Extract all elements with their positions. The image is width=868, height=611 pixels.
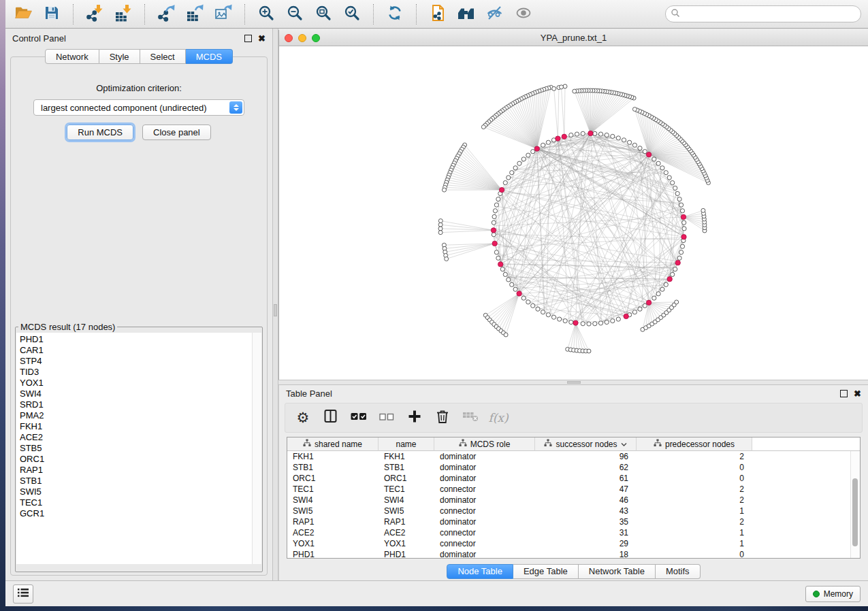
window-minimize-button[interactable] [298, 34, 306, 42]
table-cell[interactable]: SWI4 [287, 495, 379, 506]
tab-select[interactable]: Select [140, 49, 186, 64]
mcds-result-item[interactable]: ACE2 [20, 432, 261, 443]
show-panels-button[interactable] [513, 3, 534, 25]
memory-button[interactable]: Memory [805, 586, 861, 602]
tab-mcds[interactable]: MCDS [186, 49, 233, 64]
tab-style[interactable]: Style [99, 49, 140, 64]
table-cell[interactable]: PHD1 [379, 549, 434, 559]
table-cell[interactable]: 2 [637, 495, 752, 506]
float-table-panel-icon[interactable] [840, 390, 848, 397]
table-cell[interactable]: TEC1 [287, 484, 379, 495]
delete-column-button[interactable] [434, 410, 451, 426]
column-header-name[interactable]: name [379, 437, 434, 451]
table-cell[interactable]: SWI5 [287, 506, 379, 516]
table-cell[interactable]: STB1 [287, 462, 379, 473]
zoom-fit-button[interactable] [312, 3, 334, 25]
network-canvas[interactable] [279, 46, 868, 380]
mcds-result-item[interactable]: PHD1 [20, 334, 261, 345]
mcds-result-item[interactable]: ORC1 [20, 454, 261, 465]
table-cell[interactable]: connector [434, 484, 535, 495]
table-cell[interactable]: 47 [535, 484, 637, 495]
table-cell[interactable]: ACE2 [287, 527, 379, 538]
close-panel-icon[interactable]: ✖ [258, 35, 266, 42]
mcds-result-item[interactable]: TID3 [20, 367, 261, 378]
table-cell[interactable]: 29 [535, 538, 637, 549]
table-cell[interactable]: dominator [434, 451, 535, 462]
table-cell[interactable]: 1 [637, 506, 752, 516]
mcds-result-item[interactable]: GCR1 [20, 508, 261, 519]
run-mcds-button[interactable]: Run MCDS [67, 125, 133, 140]
column-header-shared-name[interactable]: shared name [287, 437, 379, 451]
table-cell[interactable]: dominator [434, 516, 535, 527]
column-header-successor-nodes[interactable]: successor nodes [535, 437, 637, 451]
vertical-splitter[interactable] [272, 29, 278, 580]
tab-network-table[interactable]: Network Table [579, 564, 656, 579]
table-cell[interactable]: 2 [637, 484, 752, 495]
create-column-button[interactable] [406, 410, 423, 426]
table-cell[interactable]: 31 [535, 527, 637, 538]
save-session-button[interactable] [41, 3, 63, 25]
table-cell[interactable]: 61 [535, 473, 637, 484]
table-cell[interactable]: 2 [637, 451, 752, 462]
zoom-selected-button[interactable] [341, 3, 363, 25]
column-header-predecessor-nodes[interactable]: predecessor nodes [637, 437, 752, 451]
table-cell[interactable]: 96 [535, 451, 637, 462]
table-settings-button[interactable]: ⚙ [295, 410, 311, 426]
mcds-result-item[interactable]: FKH1 [20, 421, 261, 432]
window-zoom-button[interactable] [312, 34, 320, 42]
table-cell[interactable]: ORC1 [379, 473, 434, 484]
table-cell[interactable]: connector [434, 527, 535, 538]
table-cell[interactable]: connector [434, 506, 535, 516]
tab-motifs[interactable]: Motifs [656, 564, 701, 579]
table-cell[interactable]: ACE2 [379, 527, 434, 538]
show-columns-button[interactable] [323, 410, 339, 426]
import-table-button[interactable] [112, 3, 134, 25]
table-cell[interactable]: 62 [535, 462, 637, 473]
close-table-panel-icon[interactable]: ✖ [854, 391, 861, 397]
refresh-button[interactable] [384, 3, 406, 25]
mcds-result-item[interactable]: SWI4 [20, 389, 261, 399]
open-file-button[interactable] [12, 3, 34, 25]
table-cell[interactable]: ORC1 [287, 473, 379, 484]
table-cell[interactable]: 2 [637, 516, 752, 527]
table-cell[interactable]: YOX1 [287, 538, 379, 549]
mcds-result-item[interactable]: YOX1 [20, 378, 261, 389]
table-cell[interactable]: FKH1 [379, 451, 434, 462]
mcds-result-item[interactable]: STB5 [20, 443, 261, 454]
deselect-all-columns-button[interactable] [379, 410, 395, 426]
table-cell[interactable]: RAP1 [287, 516, 379, 527]
task-history-button[interactable] [13, 584, 33, 604]
window-close-button[interactable] [285, 34, 293, 42]
table-cell[interactable]: dominator [434, 462, 535, 473]
table-cell[interactable]: 35 [535, 516, 637, 527]
column-header-MCDS-role[interactable]: MCDS role [434, 437, 535, 451]
table-cell[interactable]: 0 [637, 462, 752, 473]
export-image-button[interactable] [212, 3, 234, 25]
select-all-columns-button[interactable] [351, 410, 367, 426]
table-cell[interactable]: SWI4 [379, 495, 434, 506]
mcds-result-item[interactable]: TEC1 [20, 497, 261, 508]
tab-edge-table[interactable]: Edge Table [513, 564, 579, 579]
mcds-result-item[interactable]: STP4 [20, 356, 261, 367]
table-scrollbar[interactable] [850, 451, 860, 558]
table-cell[interactable]: RAP1 [379, 516, 434, 527]
delete-table-button[interactable] [462, 410, 479, 426]
zoom-in-button[interactable] [255, 3, 277, 25]
table-cell[interactable]: 18 [535, 549, 637, 559]
table-cell[interactable]: dominator [434, 473, 535, 484]
table-cell[interactable]: PHD1 [287, 549, 379, 559]
table-cell[interactable]: 0 [637, 549, 752, 559]
table-cell[interactable]: dominator [434, 495, 535, 506]
zoom-out-button[interactable] [284, 3, 306, 25]
table-cell[interactable]: 1 [637, 538, 752, 549]
table-cell[interactable]: connector [434, 538, 535, 549]
table-cell[interactable]: STB1 [379, 462, 434, 473]
import-network-button[interactable] [84, 3, 106, 25]
hide-panels-button[interactable] [484, 3, 506, 25]
mcds-result-item[interactable]: STB1 [20, 476, 261, 486]
table-cell[interactable]: 0 [637, 473, 752, 484]
search-networks-button[interactable] [455, 3, 477, 25]
table-cell[interactable]: TEC1 [379, 484, 434, 495]
table-cell[interactable]: YOX1 [379, 538, 434, 549]
mcds-result-item[interactable]: SRD1 [20, 399, 261, 410]
